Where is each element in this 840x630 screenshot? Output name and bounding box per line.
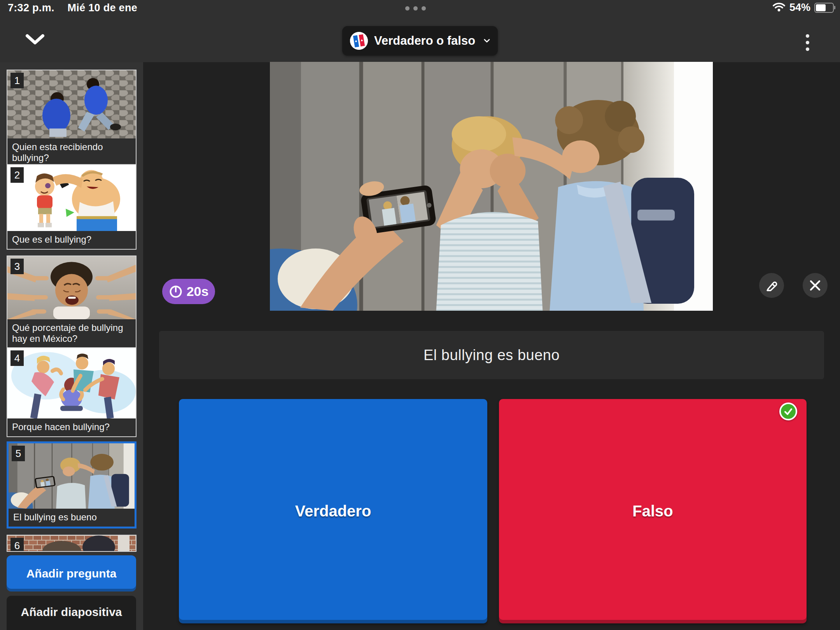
- sidebar-question-4[interactable]: 4 Porque hacen bullying?: [7, 347, 136, 437]
- pencil-icon: [765, 279, 778, 292]
- question-type-label: Verdadero o falso: [374, 34, 475, 48]
- sidebar-question-1[interactable]: 1 Quien esta recibiendo bullying?: [7, 70, 136, 168]
- question-number-badge: 4: [10, 350, 24, 366]
- remove-media-button[interactable]: [803, 273, 828, 298]
- kebab-menu-icon[interactable]: [803, 32, 812, 53]
- close-icon: [809, 279, 821, 292]
- thumbnail-image: 1: [7, 70, 136, 138]
- clock-time: 7:32 p.m.: [8, 2, 54, 14]
- question-caption: Qué porcentaje de bullying hay en México…: [7, 319, 136, 348]
- add-slide-button[interactable]: Añadir diapositiva: [7, 596, 136, 630]
- answer-true-label: Verdadero: [295, 502, 371, 520]
- question-number-badge: 5: [12, 446, 25, 461]
- question-number-badge: 2: [10, 167, 24, 183]
- collapse-chevron-down-icon[interactable]: [25, 33, 45, 47]
- sidebar-question-3[interactable]: 3 Qué porcentaje de bullying hay en Méxi…: [7, 256, 136, 349]
- system-status-bar: 7:32 p.m. Mié 10 de ene 54%: [0, 0, 840, 16]
- question-number-badge: 3: [10, 259, 24, 274]
- status-right: 54%: [772, 2, 834, 14]
- question-text: El bullying es bueno: [424, 347, 560, 364]
- correct-answer-check-icon[interactable]: [779, 402, 797, 420]
- timer-badge[interactable]: 20s: [162, 279, 215, 304]
- timer-value: 20s: [187, 284, 209, 299]
- question-caption: Quien esta recibiendo bullying?: [7, 138, 136, 168]
- question-number-badge: 6: [10, 538, 24, 552]
- clock-icon: [169, 285, 183, 299]
- true-false-icon: [350, 32, 368, 50]
- add-slide-label: Añadir diapositiva: [21, 606, 122, 619]
- status-date: Mié 10 de ene: [68, 2, 137, 14]
- thumbnail-image: 4: [7, 348, 136, 418]
- multitask-dots-icon: [405, 6, 426, 10]
- edit-media-button[interactable]: [759, 273, 784, 298]
- thumbnail-image: 5: [9, 443, 135, 509]
- question-caption: El bullying es bueno: [9, 509, 135, 527]
- sidebar-question-6[interactable]: 6: [7, 535, 136, 552]
- answer-true-card[interactable]: Verdadero: [179, 399, 487, 623]
- top-bar: 7:32 p.m. Mié 10 de ene 54%: [0, 0, 840, 62]
- status-left: 7:32 p.m. Mié 10 de ene: [8, 2, 137, 14]
- thumbnail-image: 2: [7, 165, 136, 231]
- thumbnail-image: 3: [7, 256, 136, 319]
- kahoot-editor-screen: 7:32 p.m. Mié 10 de ene 54%: [0, 0, 840, 630]
- question-number-badge: 1: [10, 73, 24, 88]
- question-type-selector[interactable]: Verdadero o falso: [342, 26, 498, 56]
- question-media-image[interactable]: [270, 62, 713, 311]
- wifi-icon: [772, 2, 786, 14]
- answer-false-card[interactable]: Falso: [499, 399, 807, 623]
- question-text-field[interactable]: El bullying es bueno: [159, 331, 824, 379]
- question-caption: Porque hacen bullying?: [7, 418, 136, 436]
- battery-icon: [814, 3, 834, 13]
- sidebar-question-5-selected[interactable]: 5 El bullying es bueno: [7, 441, 136, 528]
- chevron-down-icon: [484, 37, 490, 45]
- answer-false-label: Falso: [632, 502, 673, 520]
- thumbnail-image: 6: [7, 536, 136, 552]
- add-question-label: Añadir pregunta: [26, 567, 117, 580]
- battery-percent: 54%: [789, 2, 810, 14]
- add-question-button[interactable]: Añadir pregunta: [7, 555, 136, 592]
- sidebar-question-2[interactable]: 2 Que es el bullying?: [7, 164, 136, 250]
- question-caption: Que es el bullying?: [7, 231, 136, 249]
